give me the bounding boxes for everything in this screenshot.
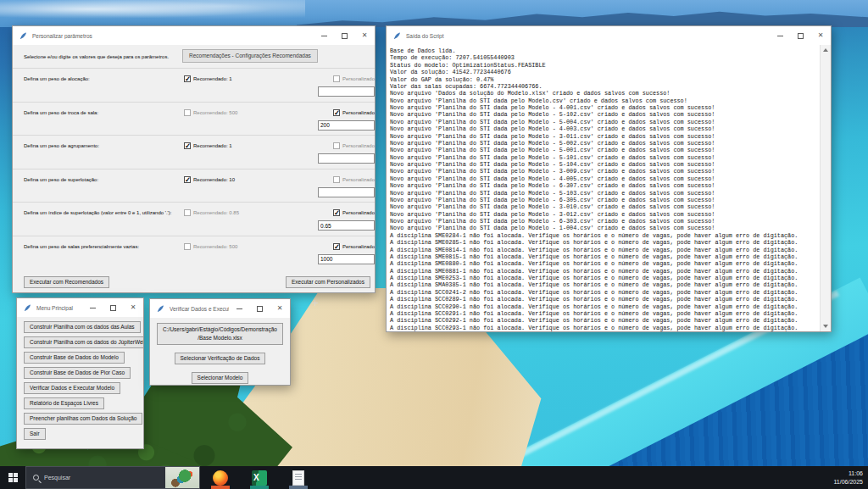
taskbar-item-document[interactable] bbox=[279, 466, 318, 489]
recommended-checkbox-label: Recomendado: 1 bbox=[193, 76, 232, 81]
personalized-value-input[interactable] bbox=[318, 120, 375, 131]
personalized-checkbox[interactable]: Personalizado: bbox=[333, 109, 375, 116]
select-model-button[interactable]: Selecionar Modelo bbox=[192, 372, 249, 384]
parameter-label: Defina um peso de salas preferencialment… bbox=[24, 244, 139, 249]
minimize-icon[interactable] bbox=[314, 26, 334, 45]
vertical-scrollbar[interactable] bbox=[820, 45, 831, 331]
console-line: Novo arquivo 'Planilha do STI dada pelo … bbox=[390, 111, 820, 118]
recommended-checkbox[interactable]: Recomendado: 500 bbox=[184, 109, 237, 116]
personalized-checkbox[interactable]: Personalizado: bbox=[333, 75, 375, 82]
checkbox-box bbox=[333, 142, 340, 149]
instruction-label: Selecione e/ou digite os valores que des… bbox=[24, 54, 169, 59]
personalized-checkbox-label: Personalizado: bbox=[342, 76, 375, 81]
taskbar-item-excel[interactable] bbox=[240, 466, 279, 489]
titlebar[interactable]: Verificar Dados e Executar ... ✕ bbox=[150, 299, 290, 318]
personalized-value-input[interactable] bbox=[318, 187, 375, 197]
recommended-checkbox[interactable]: Recomendado: 1 bbox=[184, 142, 232, 149]
recommended-checkbox-label: Recomendado: 500 bbox=[193, 244, 237, 249]
personalized-value-input[interactable] bbox=[318, 254, 375, 264]
select-data-verification-button[interactable]: Selecionar Verificação de Dados bbox=[175, 353, 266, 364]
recommended-checkbox[interactable]: Recomendado: 1 bbox=[184, 75, 232, 82]
checkbox-box bbox=[184, 243, 191, 250]
personalized-checkbox-label: Personalizado: bbox=[342, 110, 375, 115]
taskbar-item-firefox[interactable] bbox=[201, 466, 240, 489]
personalized-value-input[interactable] bbox=[318, 220, 375, 231]
window-saida-do-script: Saída do Script ✕ Base de Dados lida.Tem… bbox=[386, 25, 832, 332]
recommended-checkbox[interactable]: Recomendado: 10 bbox=[184, 176, 235, 183]
menu-button[interactable]: Construir Base de Dados do Modelo bbox=[24, 352, 125, 364]
personalized-value-input[interactable] bbox=[318, 86, 375, 97]
maximize-icon[interactable] bbox=[790, 26, 810, 45]
wallpaper-clouds bbox=[0, 0, 305, 20]
personalized-value-input[interactable] bbox=[318, 153, 375, 164]
minimize-icon[interactable] bbox=[770, 26, 790, 45]
firefox-running-indicator bbox=[211, 486, 230, 489]
document-running-indicator bbox=[289, 486, 308, 489]
run-personalized-button[interactable]: Executar com Personalizados bbox=[286, 276, 370, 288]
console-line: Novo arquivo 'Planilha do STI dada pelo … bbox=[390, 225, 820, 231]
start-button[interactable] bbox=[0, 466, 25, 489]
personalized-checkbox[interactable]: Personalizado: bbox=[333, 209, 375, 216]
titlebar[interactable]: Personalizar parâmetros ✕ bbox=[13, 26, 375, 45]
checkbox-box bbox=[333, 243, 340, 250]
taskbar-clock[interactable]: 11:06 11/06/2025 bbox=[833, 470, 863, 486]
parameter-row: Defina um peso de alocação:Recomendado: … bbox=[13, 69, 375, 103]
scroll-down-icon[interactable] bbox=[823, 325, 828, 328]
scroll-up-icon[interactable] bbox=[823, 48, 828, 52]
clock-time: 11:06 bbox=[849, 470, 863, 476]
maximize-icon[interactable] bbox=[103, 298, 123, 317]
minimize-icon[interactable] bbox=[229, 299, 249, 318]
personalized-checkbox[interactable]: Personalizado: bbox=[333, 142, 375, 149]
console-output[interactable]: Base de Dados lida.Tempo de execução: 72… bbox=[387, 45, 820, 331]
base-file-path-button[interactable]: C:/Users/gabri/Estágio/Códigos/Demonstra… bbox=[157, 323, 283, 345]
window-title: Menu Principal bbox=[36, 305, 82, 311]
personalized-checkbox[interactable]: Personalizado: bbox=[333, 176, 375, 183]
console-line: Tempo de execução: 7207.541055440903 bbox=[390, 54, 820, 61]
close-icon[interactable]: ✕ bbox=[270, 299, 290, 318]
console-line: A disciplina SME0253-1 não foi alocada. … bbox=[390, 275, 820, 281]
personalized-checkbox[interactable]: Personalizado: bbox=[333, 243, 375, 250]
maximize-icon[interactable] bbox=[249, 299, 270, 318]
checkbox-box bbox=[184, 109, 191, 116]
menu-button[interactable]: Relatório de Espaços Livres bbox=[24, 397, 104, 409]
close-icon[interactable]: ✕ bbox=[810, 26, 831, 45]
search-highlight-image[interactable] bbox=[165, 467, 199, 488]
close-icon[interactable]: ✕ bbox=[354, 26, 375, 45]
run-recommended-button[interactable]: Executar com Recomendados bbox=[24, 276, 109, 288]
console-line: Novo arquivo 'Planilha do STI dada pelo … bbox=[390, 104, 820, 111]
minimize-icon[interactable] bbox=[82, 298, 103, 317]
python-feather-icon bbox=[156, 304, 165, 314]
excel-running-indicator bbox=[250, 486, 269, 489]
console-line: A disciplina SMA0385-1 não foi alocada. … bbox=[390, 281, 820, 288]
console-line: Novo arquivo 'Dados da solução do Modelo… bbox=[390, 90, 820, 97]
window-menu-principal: Menu Principal ✕ Construir Planilha com … bbox=[16, 297, 144, 449]
close-icon[interactable]: ✕ bbox=[123, 298, 143, 317]
console-line: A disciplina SME0815-1 não foi alocada. … bbox=[390, 253, 820, 260]
firefox-icon bbox=[213, 470, 228, 486]
document-icon bbox=[292, 470, 304, 486]
search-input[interactable]: Pesquisar bbox=[25, 466, 200, 489]
wallpaper-detail-mark bbox=[312, 300, 318, 306]
menu-button[interactable]: Verificar Dados e Executar Modelo bbox=[24, 382, 120, 394]
recommendations-button[interactable]: Recomendações - Configurações Recomendad… bbox=[182, 49, 318, 63]
menu-button[interactable]: Construir Planilha com os dados do Júpit… bbox=[24, 336, 143, 348]
console-line: Valor do GAP da solução: 0.47% bbox=[390, 76, 820, 83]
console-line: A disciplina SCC0241-2 não foi alocada. … bbox=[390, 289, 820, 296]
console-line: Novo arquivo 'Planilha do STI dada pelo … bbox=[390, 119, 820, 125]
checkbox-box bbox=[184, 75, 191, 82]
parameter-row: Defina um índice de superlotação (valor … bbox=[13, 203, 375, 236]
recommended-checkbox[interactable]: Recomendado: 500 bbox=[184, 243, 237, 250]
menu-button[interactable]: Preencher planilhas com Dados da Solução bbox=[24, 413, 142, 425]
excel-icon bbox=[252, 470, 267, 486]
maximize-icon[interactable] bbox=[334, 26, 354, 45]
saida-client: Base de Dados lida.Tempo de execução: 72… bbox=[387, 45, 831, 331]
menu-button[interactable]: Construir Planilha com os dados das Aula… bbox=[24, 321, 141, 333]
titlebar[interactable]: Menu Principal ✕ bbox=[17, 298, 143, 317]
recommended-checkbox-label: Recomendado: 500 bbox=[193, 110, 237, 115]
titlebar[interactable]: Saída do Script ✕ bbox=[387, 26, 831, 45]
menu-button[interactable]: Sair bbox=[24, 428, 46, 440]
menu-button[interactable]: Construir Base de Dados de Pior Caso bbox=[24, 367, 131, 379]
parameter-label: Defina um peso de agrupamento: bbox=[24, 143, 99, 148]
recommended-checkbox[interactable]: Recomendado: 0.85 bbox=[184, 209, 239, 216]
taskbar: Pesquisar 11:06 11/06/2025 bbox=[0, 466, 868, 489]
